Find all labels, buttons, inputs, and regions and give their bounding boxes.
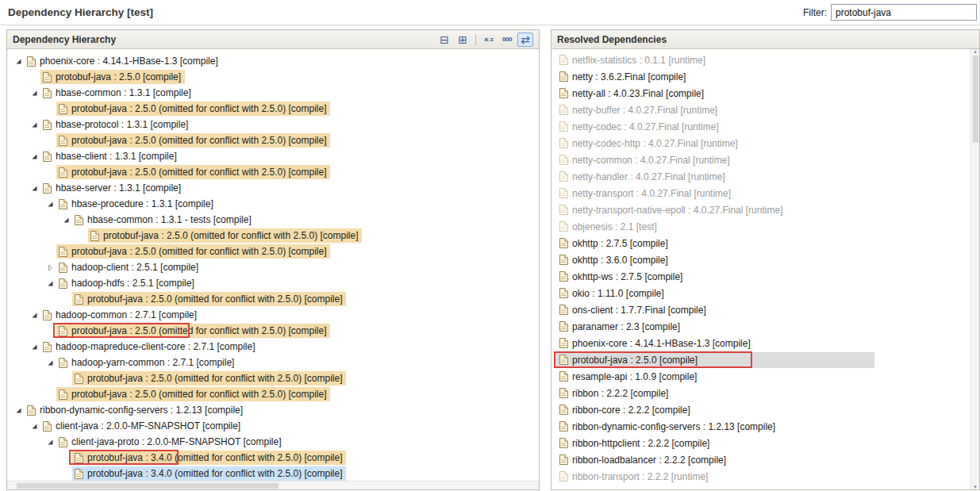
tree-row[interactable]: hadoop-common : 2.7.1 [compile] [7, 307, 539, 323]
tree-row[interactable]: protobuf-java : 2.5.0 (omitted for confl… [7, 228, 539, 244]
expand-all-icon[interactable]: ⊞ [455, 33, 471, 47]
dependency-label: protobuf-java : 3.4.0 (omitted for confl… [87, 452, 342, 463]
tree-row[interactable]: protobuf-java : 2.5.0 [compile] [7, 69, 539, 85]
tree-row[interactable]: protobuf-java : 3.4.0 (omitted for confl… [7, 450, 539, 466]
tree-row[interactable]: protobuf-java : 2.5.0 (omitted for confl… [7, 370, 539, 386]
horizontal-scrollbar[interactable] [7, 481, 539, 489]
collapse-arrow-icon[interactable] [44, 280, 56, 287]
expand-arrow-icon[interactable] [44, 264, 56, 271]
dependency-icon [559, 387, 569, 399]
list-item[interactable]: ribbon-transport : 2.2.2 [runtime] [551, 468, 970, 485]
tree-row[interactable]: hadoop-mapreduce-client-core : 2.7.1 [co… [7, 339, 539, 355]
collapse-arrow-icon[interactable] [44, 359, 56, 366]
hierarchy-panel-header: Dependency Hierarchy ⊟⊞a↓z000⇄ [7, 30, 539, 49]
tree-row[interactable]: hbase-common : 1.3.1 - tests [compile] [7, 212, 539, 228]
collapse-arrow-icon[interactable] [12, 58, 25, 65]
tree-row[interactable]: ribbon-dynamic-config-servers : 1.2.13 [… [7, 402, 539, 418]
tree-row[interactable]: phoenix-core : 4.14.1-HBase-1.3 [compile… [7, 53, 539, 69]
tree-row[interactable]: protobuf-java : 2.5.0 (omitted for confl… [7, 132, 539, 148]
collapse-arrow-icon[interactable] [60, 217, 72, 224]
list-item[interactable]: ribbon-httpclient : 2.2.2 [compile] [551, 435, 970, 451]
tree-row[interactable]: protobuf-java : 2.5.0 (omitted for confl… [7, 323, 539, 339]
dependency-label: netty-transport-native-epoll : 4.0.27.Fi… [572, 205, 782, 216]
list-item[interactable]: okhttp-ws : 2.7.5 [compile] [551, 268, 970, 285]
list-item[interactable]: ons-client : 1.7.7.Final [compile] [551, 301, 970, 318]
tree-row[interactable]: hbase-procedure : 1.3.1 [compile] [7, 196, 539, 212]
tree-row[interactable]: protobuf-java : 2.5.0 (omitted for confl… [7, 386, 539, 402]
scroll-up-arrow-icon[interactable]: ▲ [973, 49, 978, 54]
filter-dependency-tree-icon[interactable]: ⇄ [517, 33, 533, 47]
collapse-arrow-icon[interactable] [28, 423, 40, 430]
tree-row[interactable]: protobuf-java : 2.5.0 (omitted for confl… [7, 291, 539, 307]
dependency-icon [559, 337, 569, 349]
collapse-all-icon[interactable]: ⊟ [436, 33, 452, 47]
list-item[interactable]: netty-common : 4.0.27.Final [runtime] [551, 152, 970, 168]
tree-row[interactable]: hadoop-hdfs : 2.5.1 [compile] [7, 275, 539, 291]
collapse-arrow-icon[interactable] [12, 407, 25, 414]
collapse-arrow-icon[interactable] [28, 90, 40, 97]
scroll-down-arrow-icon[interactable]: ▼ [973, 485, 978, 489]
list-item[interactable]: okhttp : 2.7.5 [compile] [551, 235, 970, 251]
tree-row[interactable]: client-java-proto : 2.0.0-MF-SNAPSHOT [c… [7, 434, 539, 450]
dependency-icon [42, 151, 52, 163]
collapse-arrow-icon[interactable] [28, 153, 40, 160]
tree-row[interactable]: protobuf-java : 2.5.0 (omitted for confl… [7, 244, 539, 259]
dependency-label: hbase-common : 1.3.1 [compile] [56, 87, 191, 98]
list-item[interactable]: ribbon-core : 2.2.2 [compile] [551, 401, 970, 418]
resolved-panel-header: Resolved Dependencies [551, 30, 979, 49]
list-item[interactable]: resample-api : 1.0.9 [compile] [551, 368, 970, 385]
filter-input[interactable] [831, 4, 977, 21]
list-item[interactable]: netty-handler : 4.0.27.Final [runtime] [551, 168, 970, 185]
list-item[interactable]: netty-codec-http : 4.0.27.Final [runtime… [551, 135, 970, 152]
show-versions-icon[interactable]: 000 [499, 33, 515, 47]
list-item[interactable]: netty-buffer : 4.0.27.Final [runtime] [551, 102, 970, 118]
dependency-label: hbase-client : 1.3.1 [compile] [56, 151, 177, 162]
dependency-icon [58, 246, 68, 258]
tree-row[interactable]: hbase-common : 1.3.1 [compile] [7, 85, 539, 101]
vertical-scrollbar[interactable]: ▲ ▼ [970, 49, 979, 489]
tree-row[interactable]: client-java : 2.0.0-MF-SNAPSHOT [compile… [7, 418, 539, 434]
scrollbar-thumb[interactable] [973, 56, 978, 143]
dependency-label: ribbon-loadbalancer : 2.2.2 [compile] [572, 455, 726, 466]
tree-row[interactable]: hbase-client : 1.3.1 [compile] [7, 148, 539, 164]
tree-row[interactable]: hadoop-client : 2.5.1 [compile] [7, 259, 539, 275]
list-item[interactable]: netty-transport : 4.0.27.Final [runtime] [551, 185, 970, 201]
list-item[interactable]: paranamer : 2.3 [compile] [551, 318, 970, 335]
list-item[interactable]: netty-transport-native-epoll : 4.0.27.Fi… [551, 201, 970, 218]
collapse-arrow-icon[interactable] [44, 439, 56, 446]
scrollbar-thumb[interactable] [17, 483, 279, 489]
tree-row[interactable]: protobuf-java : 3.4.0 (omitted for confl… [7, 466, 539, 481]
dependency-label: netflix-statistics : 0.1.1 [runtime] [572, 55, 705, 66]
list-item[interactable]: phoenix-core : 4.14.1-HBase-1.3 [compile… [551, 335, 970, 351]
dependency-icon [559, 470, 569, 482]
tree-row[interactable]: hadoop-yarn-common : 2.7.1 [compile] [7, 355, 539, 370]
sort-alphabetically-icon[interactable]: a↓z [481, 33, 497, 47]
list-item[interactable]: objenesis : 2.1 [test] [551, 218, 970, 235]
dependency-label: okhttp-ws : 2.7.5 [compile] [572, 271, 682, 282]
dependency-icon [90, 230, 100, 242]
collapse-arrow-icon[interactable] [28, 185, 40, 192]
tree-row[interactable]: hbase-server : 1.3.1 [compile] [7, 180, 539, 196]
list-item[interactable]: ribbon-dynamic-config-servers : 1.2.13 [… [551, 418, 970, 435]
dependency-label: protobuf-java : 2.5.0 (omitted for confl… [71, 246, 326, 257]
collapse-arrow-icon[interactable] [28, 121, 40, 129]
list-item[interactable]: netty-codec : 4.0.27.Final [runtime] [551, 118, 970, 135]
dependency-label: ribbon-dynamic-config-servers : 1.2.13 [… [40, 405, 243, 416]
tree-row[interactable]: protobuf-java : 2.5.0 (omitted for confl… [7, 164, 539, 180]
collapse-arrow-icon[interactable] [28, 312, 40, 319]
list-item[interactable]: okio : 1.11.0 [compile] [551, 285, 970, 301]
collapse-arrow-icon[interactable] [28, 343, 40, 351]
dependency-icon [42, 309, 52, 321]
dependency-icon [58, 357, 68, 369]
list-item[interactable]: ribbon : 2.2.2 [compile] [551, 385, 970, 401]
list-item[interactable]: ribbon-loadbalancer : 2.2.2 [compile] [551, 451, 970, 468]
tree-row[interactable]: protobuf-java : 2.5.0 (omitted for confl… [7, 101, 539, 117]
page-title: Dependency Hierarchy [test] [8, 6, 153, 18]
list-item[interactable]: protobuf-java : 2.5.0 [compile] [551, 351, 970, 368]
list-item[interactable]: netty-all : 4.0.23.Final [compile] [551, 85, 970, 102]
list-item[interactable]: okhttp : 3.6.0 [compile] [551, 251, 970, 268]
list-item[interactable]: netflix-statistics : 0.1.1 [runtime] [551, 52, 970, 68]
collapse-arrow-icon[interactable] [44, 201, 56, 208]
list-item[interactable]: netty : 3.6.2.Final [compile] [551, 68, 970, 85]
tree-row[interactable]: hbase-protocol : 1.3.1 [compile] [7, 117, 539, 132]
